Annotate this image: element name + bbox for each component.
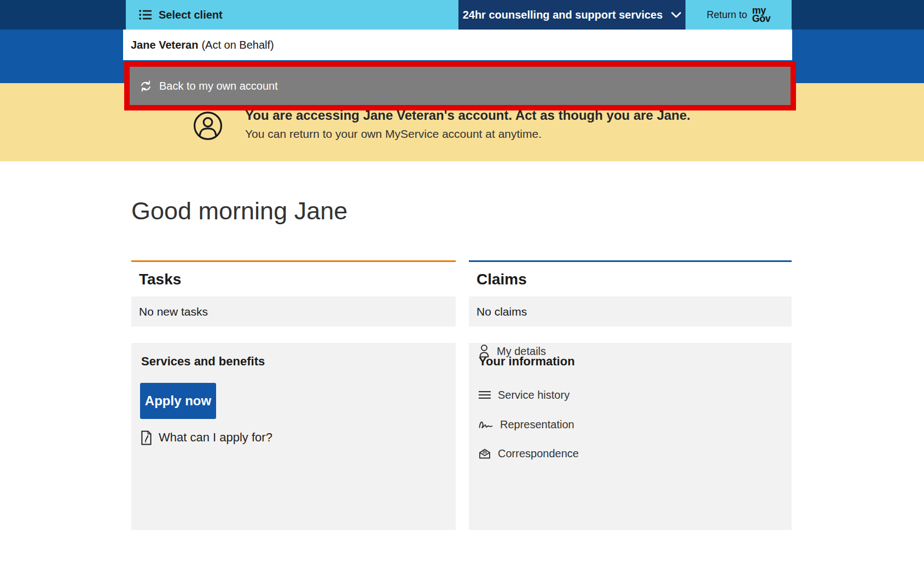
services-panel-title: Services and benefits: [141, 354, 265, 369]
services-and-benefits-panel: Services and benefits Apply now What can…: [131, 343, 456, 530]
person-icon: [479, 344, 490, 358]
service-history-label: Service history: [498, 389, 569, 401]
my-details-item[interactable]: My details: [479, 343, 546, 359]
claims-card: Claims No claims: [469, 260, 792, 327]
signature-icon: [479, 420, 493, 429]
client-list-icon: [139, 9, 152, 20]
representation-label: Representation: [500, 418, 574, 431]
mygov-logo: myGov: [752, 7, 771, 23]
back-to-own-account-option[interactable]: Back to my own account: [124, 61, 796, 110]
representation-item[interactable]: Representation: [479, 416, 574, 433]
return-to-label: Return to: [707, 9, 747, 21]
tasks-empty-state: No new tasks: [131, 296, 456, 327]
service-history-item[interactable]: Service history: [479, 387, 569, 403]
switch-account-icon: [140, 80, 152, 92]
claims-card-title: Claims: [469, 262, 792, 296]
envelope-icon: [479, 447, 491, 459]
select-client-label: Select client: [159, 9, 223, 21]
support-services-dropdown[interactable]: 24hr counselling and support services: [458, 0, 685, 30]
back-to-own-account-label: Back to my own account: [159, 80, 278, 92]
select-client-button[interactable]: Select client: [126, 0, 458, 30]
support-services-label: 24hr counselling and support services: [463, 9, 663, 21]
client-name: Jane Veteran: [131, 39, 198, 51]
client-menu-item-jane-veteran[interactable]: Jane Veteran (Act on Behalf): [123, 30, 792, 60]
what-can-i-apply-for-link[interactable]: What can I apply for?: [141, 429, 272, 446]
chevron-down-icon: [671, 12, 681, 18]
document-pencil-icon: [141, 430, 152, 445]
banner-subtitle: You can return to your own MyService acc…: [245, 127, 542, 141]
tasks-card: Tasks No new tasks: [131, 260, 456, 327]
correspondence-item[interactable]: Correspondence: [479, 445, 579, 462]
tasks-card-title: Tasks: [131, 262, 456, 296]
your-information-panel: Your information My details Service hist…: [469, 343, 792, 530]
my-details-label: My details: [497, 345, 546, 358]
page-title: Good morning Jane: [131, 197, 347, 225]
claims-empty-state: No claims: [469, 296, 792, 327]
what-can-i-apply-for-label: What can I apply for?: [159, 430, 272, 445]
correspondence-label: Correspondence: [498, 447, 579, 460]
user-circle-icon: [193, 110, 223, 141]
apply-now-button[interactable]: Apply now: [140, 383, 216, 419]
client-suffix: (Act on Behalf): [201, 39, 274, 51]
list-lines-icon: [479, 391, 491, 399]
return-to-mygov-button[interactable]: Return to myGov: [685, 0, 792, 30]
